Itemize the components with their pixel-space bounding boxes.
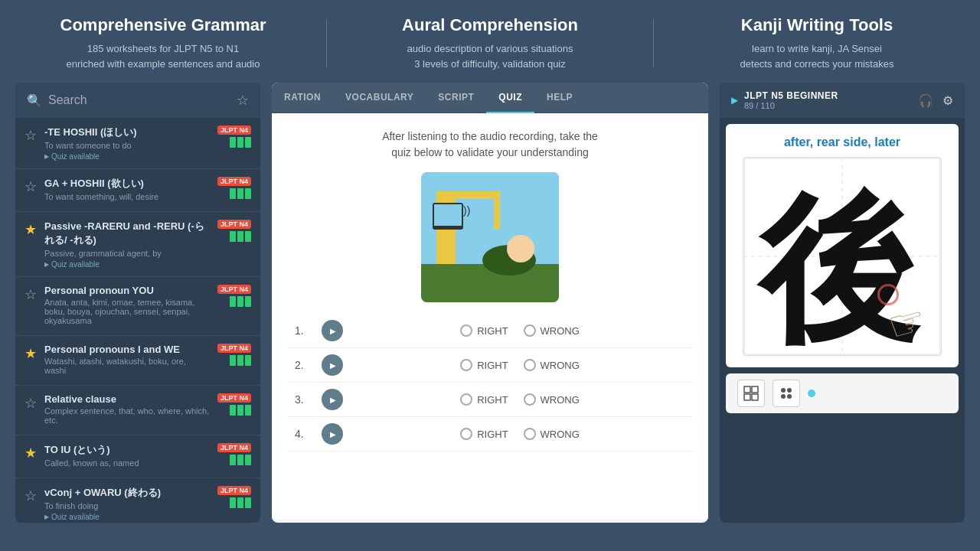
kanji-writing-area[interactable]: 後 ☞ bbox=[743, 157, 942, 356]
search-input[interactable]: Search bbox=[48, 93, 87, 107]
star-icon[interactable]: ★ bbox=[24, 221, 37, 238]
option-right-label: RIGHT bbox=[477, 360, 508, 371]
item-subtitle: To finish doing bbox=[44, 501, 210, 510]
star-icon[interactable]: ☆ bbox=[24, 178, 37, 195]
kanji-desc: learn to write kanji, JA Senseidetects a… bbox=[677, 41, 957, 71]
kanji-bottom bbox=[726, 373, 959, 413]
grid-view-button[interactable] bbox=[737, 380, 765, 407]
option-wrong[interactable]: WRONG bbox=[524, 393, 580, 406]
option-wrong-label: WRONG bbox=[541, 360, 580, 371]
tab-quiz[interactable]: QUIZ bbox=[486, 83, 534, 113]
progress-bars bbox=[230, 355, 251, 366]
star-icon[interactable]: ★ bbox=[24, 345, 37, 362]
grammar-title: Comprehensive Grammar bbox=[23, 15, 303, 35]
settings-icon[interactable]: ⚙ bbox=[942, 93, 953, 108]
item-subtitle: To want something, will, desire bbox=[44, 192, 210, 201]
list-item[interactable]: ☆ Personal pronoun YOU Anata, anta, kimi… bbox=[15, 277, 260, 336]
favorites-star-icon[interactable]: ☆ bbox=[237, 92, 249, 109]
radio-right[interactable] bbox=[460, 359, 472, 371]
item-title: TO IU (という) bbox=[44, 443, 210, 457]
jlpt-badge: JLPT N4 bbox=[217, 220, 251, 229]
jlpt-badge: JLPT N4 bbox=[217, 393, 251, 403]
prog-bar bbox=[237, 296, 243, 307]
writing-indicator bbox=[877, 284, 899, 305]
star-icon[interactable]: ☆ bbox=[24, 127, 37, 144]
option-right[interactable]: RIGHT bbox=[460, 393, 508, 406]
star-icon[interactable]: ☆ bbox=[24, 286, 37, 303]
grid-icon bbox=[743, 386, 759, 401]
option-wrong[interactable]: WRONG bbox=[524, 359, 580, 371]
tab-vocabulary[interactable]: VOCABULARY bbox=[333, 83, 426, 112]
radio-wrong[interactable] bbox=[524, 359, 536, 371]
play-button[interactable] bbox=[322, 320, 343, 341]
progress-bars bbox=[230, 296, 251, 307]
kanji-level-title: JLPT N5 BEGINNER bbox=[744, 90, 838, 101]
option-wrong[interactable]: WRONG bbox=[524, 324, 580, 337]
list-item[interactable]: ☆ vConj + OWARU (終わる) To finish doing Qu… bbox=[15, 478, 260, 520]
play-button[interactable] bbox=[322, 389, 343, 410]
jlpt-badge: JLPT N4 bbox=[217, 126, 251, 135]
svg-point-19 bbox=[787, 388, 792, 393]
item-title: Personal pronoun YOU bbox=[44, 285, 210, 296]
panel-aural: RATION VOCABULARY SCRIPT QUIZ HELP After… bbox=[272, 83, 708, 523]
list-item[interactable]: ★ Personal pronouns I and WE Watashi, at… bbox=[15, 336, 260, 386]
radio-right[interactable] bbox=[460, 428, 472, 440]
item-badge: JLPT N4 bbox=[217, 344, 251, 366]
quiz-row: 2. RIGHT WRONG bbox=[287, 348, 693, 383]
play-icon[interactable]: ▶ bbox=[731, 95, 738, 106]
audio-icon[interactable]: 🎧 bbox=[918, 93, 933, 108]
quiz-options: RIGHT WRONG bbox=[354, 428, 685, 440]
svg-rect-8 bbox=[434, 204, 462, 226]
list-item[interactable]: ☆ -TE HOSHII (ほしい) To want someone to do… bbox=[15, 118, 260, 169]
item-content: GA + HOSHII (欲しい) To want something, wil… bbox=[44, 177, 210, 204]
radio-wrong[interactable] bbox=[524, 428, 536, 440]
radio-wrong[interactable] bbox=[524, 393, 536, 406]
svg-point-21 bbox=[787, 394, 792, 399]
option-right-label: RIGHT bbox=[477, 325, 508, 337]
list-item[interactable]: ☆ Relative clause Complex sentence, that… bbox=[15, 386, 260, 435]
progress-bars bbox=[230, 497, 251, 508]
tab-help[interactable]: HELP bbox=[534, 83, 585, 112]
option-wrong[interactable]: WRONG bbox=[524, 428, 580, 440]
dot-view-button[interactable] bbox=[773, 380, 800, 407]
panel-kanji: ▶ JLPT N5 BEGINNER 89 / 110 🎧 ⚙ after, r… bbox=[720, 83, 965, 523]
svg-point-20 bbox=[781, 394, 786, 399]
option-right[interactable]: RIGHT bbox=[460, 324, 508, 337]
prog-bar bbox=[230, 497, 236, 508]
item-content: Personal pronouns I and WE Watashi, atas… bbox=[44, 344, 210, 377]
item-title: -TE HOSHII (ほしい) bbox=[44, 126, 210, 139]
jlpt-badge: JLPT N4 bbox=[217, 285, 251, 294]
tab-script[interactable]: SCRIPT bbox=[426, 83, 486, 112]
list-item[interactable]: ★ TO IU (という) Called, known as, named JL… bbox=[15, 435, 260, 478]
option-wrong-label: WRONG bbox=[541, 325, 580, 337]
list-item[interactable]: ☆ GA + HOSHII (欲しい) To want something, w… bbox=[15, 169, 260, 212]
play-button[interactable] bbox=[322, 423, 343, 445]
search-icon: 🔍 bbox=[27, 93, 42, 108]
header-aural: Aural Comprehension audio description of… bbox=[327, 15, 653, 71]
header-grammar: Comprehensive Grammar 185 worksheets for… bbox=[0, 15, 326, 71]
tab-ration[interactable]: RATION bbox=[272, 83, 333, 112]
tab-bar: RATION VOCABULARY SCRIPT QUIZ HELP bbox=[272, 83, 708, 113]
middle-content: After listening to the audio recording, … bbox=[272, 113, 708, 520]
jlpt-badge: JLPT N4 bbox=[217, 486, 251, 495]
play-button[interactable] bbox=[322, 354, 343, 376]
progress-bars bbox=[230, 455, 251, 465]
radio-right[interactable] bbox=[460, 393, 472, 406]
star-icon[interactable]: ☆ bbox=[24, 487, 37, 504]
prog-bar bbox=[237, 405, 243, 416]
svg-text:)): )) bbox=[463, 204, 470, 217]
star-icon[interactable]: ★ bbox=[24, 445, 37, 461]
star-icon[interactable]: ☆ bbox=[24, 395, 37, 412]
search-input-wrap[interactable]: 🔍 Search bbox=[27, 93, 237, 108]
item-subtitle: Called, known as, named bbox=[44, 458, 210, 468]
quiz-number: 4. bbox=[295, 428, 310, 440]
prog-bar bbox=[237, 455, 243, 465]
kanji-progress: 89 / 110 bbox=[744, 101, 838, 110]
list-item[interactable]: ★ Passive -RARERU and -RERU (-られる/ -れる) … bbox=[15, 212, 260, 277]
radio-right[interactable] bbox=[460, 324, 472, 337]
option-right[interactable]: RIGHT bbox=[460, 428, 508, 440]
option-right[interactable]: RIGHT bbox=[460, 359, 508, 371]
radio-wrong[interactable] bbox=[524, 324, 536, 337]
prog-bar bbox=[245, 231, 251, 242]
svg-rect-14 bbox=[744, 386, 750, 393]
